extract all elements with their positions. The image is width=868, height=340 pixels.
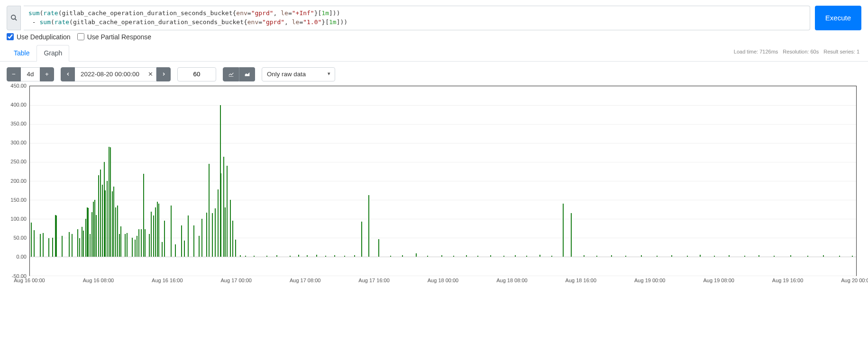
- use-dedup-checkbox[interactable]: [7, 33, 14, 40]
- data-bar[interactable]: [206, 213, 207, 257]
- data-bar[interactable]: [209, 164, 210, 256]
- data-bar[interactable]: [143, 174, 144, 256]
- data-bar[interactable]: [215, 208, 216, 257]
- data-bar[interactable]: [72, 234, 73, 257]
- data-bar[interactable]: [212, 213, 213, 257]
- data-bar[interactable]: [571, 213, 572, 257]
- data-bar[interactable]: [93, 202, 94, 257]
- range-increase-button[interactable]: +: [40, 67, 54, 81]
- data-bar[interactable]: [151, 212, 152, 256]
- data-bar[interactable]: [56, 215, 57, 256]
- data-bar[interactable]: [117, 206, 118, 257]
- execute-button[interactable]: Execute: [815, 6, 861, 30]
- data-bar[interactable]: [193, 225, 194, 257]
- data-bar[interactable]: [230, 200, 231, 257]
- data-bar[interactable]: [188, 215, 189, 256]
- data-bar[interactable]: [132, 238, 133, 257]
- data-bar[interactable]: [232, 221, 233, 257]
- data-bar[interactable]: [52, 238, 53, 257]
- data-bar[interactable]: [62, 236, 63, 257]
- data-bar[interactable]: [137, 236, 137, 257]
- data-bar[interactable]: [105, 190, 106, 257]
- data-bar[interactable]: [158, 204, 159, 257]
- data-bar[interactable]: [79, 238, 80, 256]
- query-input[interactable]: sum(rate(gitlab_cache_operation_duration…: [24, 6, 810, 30]
- chart-box[interactable]: -50.000.0050.00100.00150.00200.00250.003…: [7, 84, 861, 285]
- data-bar[interactable]: [223, 157, 224, 256]
- use-partial-checkbox[interactable]: [77, 33, 84, 40]
- tab-table[interactable]: Table: [7, 45, 37, 61]
- data-bar[interactable]: [162, 242, 163, 256]
- data-bar[interactable]: [119, 234, 120, 257]
- data-mode-select[interactable]: Only raw data: [262, 67, 335, 81]
- data-bar[interactable]: [77, 229, 78, 257]
- data-bar[interactable]: [69, 232, 70, 257]
- data-bar[interactable]: [88, 208, 89, 256]
- data-bar[interactable]: [100, 170, 101, 257]
- data-bar[interactable]: [141, 229, 142, 257]
- y-tick-label: 150.00: [7, 197, 27, 203]
- data-bar[interactable]: [138, 229, 139, 257]
- data-bar[interactable]: [31, 223, 32, 257]
- search-icon[interactable]: [7, 6, 21, 30]
- data-bar[interactable]: [201, 219, 202, 257]
- data-bar[interactable]: [94, 200, 95, 257]
- data-bar[interactable]: [218, 189, 219, 257]
- data-bar[interactable]: [83, 231, 84, 256]
- use-partial-option[interactable]: Use Partial Response: [77, 33, 151, 41]
- data-bar[interactable]: [96, 215, 97, 257]
- data-bar[interactable]: [85, 219, 86, 257]
- data-bar[interactable]: [125, 234, 126, 257]
- data-bar[interactable]: [109, 147, 110, 257]
- data-bar[interactable]: [102, 185, 103, 257]
- data-bar[interactable]: [184, 241, 185, 257]
- data-bar[interactable]: [175, 244, 176, 257]
- range-input[interactable]: [21, 67, 40, 81]
- data-bar[interactable]: [361, 222, 362, 257]
- data-bar[interactable]: [227, 166, 228, 257]
- tab-graph[interactable]: Graph: [37, 45, 69, 62]
- data-bar[interactable]: [164, 221, 165, 256]
- data-bar[interactable]: [127, 233, 128, 257]
- data-bar[interactable]: [43, 233, 44, 257]
- range-decrease-button[interactable]: −: [7, 67, 21, 81]
- data-bar[interactable]: [107, 181, 108, 257]
- data-bar[interactable]: [34, 230, 35, 257]
- data-bar[interactable]: [199, 236, 200, 257]
- data-bar[interactable]: [155, 207, 156, 257]
- data-bar[interactable]: [171, 206, 172, 257]
- data-bar[interactable]: [112, 191, 113, 257]
- data-bar[interactable]: [110, 147, 111, 256]
- data-bar[interactable]: [115, 207, 116, 257]
- data-bar[interactable]: [98, 175, 99, 257]
- plot-region[interactable]: [29, 86, 857, 276]
- data-bar[interactable]: [82, 227, 82, 256]
- end-time-input[interactable]: [75, 67, 145, 81]
- data-bar[interactable]: [48, 238, 49, 256]
- data-bar[interactable]: [90, 234, 91, 257]
- area-chart-icon[interactable]: [239, 67, 255, 81]
- data-bar[interactable]: [40, 234, 41, 257]
- data-bar[interactable]: [378, 239, 379, 257]
- data-bar[interactable]: [91, 212, 92, 257]
- data-bar[interactable]: [149, 234, 150, 257]
- data-bar[interactable]: [225, 207, 226, 257]
- data-bar[interactable]: [113, 187, 114, 257]
- data-bar[interactable]: [135, 240, 136, 256]
- data-bar[interactable]: [368, 195, 369, 257]
- data-bar[interactable]: [157, 202, 158, 257]
- use-dedup-option[interactable]: Use Deduplication: [7, 33, 71, 41]
- time-clear-button[interactable]: ✕: [145, 67, 156, 81]
- time-next-button[interactable]: [156, 67, 171, 81]
- data-bar[interactable]: [220, 173, 221, 257]
- line-chart-icon[interactable]: [223, 67, 239, 81]
- data-bar[interactable]: [87, 207, 88, 257]
- resolution-input[interactable]: [177, 67, 216, 81]
- data-bar[interactable]: [181, 225, 182, 257]
- data-bar[interactable]: [563, 204, 564, 257]
- data-bar[interactable]: [120, 226, 121, 257]
- data-bar[interactable]: [145, 229, 146, 257]
- data-bar[interactable]: [235, 240, 236, 257]
- time-prev-button[interactable]: [61, 67, 75, 81]
- data-bar[interactable]: [153, 215, 154, 256]
